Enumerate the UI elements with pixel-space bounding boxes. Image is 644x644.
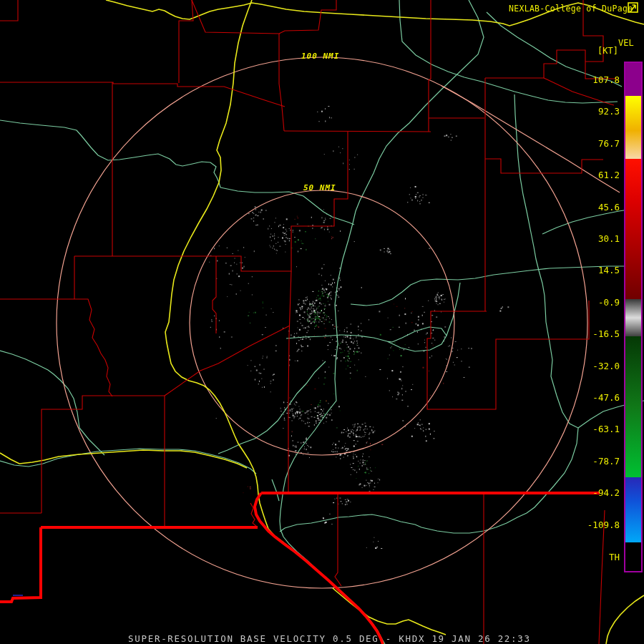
colorbar-tick: -32.0	[577, 361, 620, 371]
colorbar-segment	[625, 63, 641, 96]
colorbar-th-label: TH	[577, 552, 620, 562]
colorbar-segment	[625, 96, 641, 159]
colorbar-tick: 45.6	[577, 202, 620, 213]
range-ring-label-100nmi: 100 NMI	[301, 52, 339, 61]
river-line	[0, 351, 104, 455]
county-line	[427, 301, 589, 409]
county-line	[335, 492, 341, 586]
river-line	[218, 361, 326, 454]
colorbar-tick: 61.2	[577, 170, 620, 180]
colorbar-segment	[625, 159, 641, 299]
river-line	[399, 0, 618, 103]
county-line	[192, 0, 284, 131]
colorbar-tick: 76.7	[577, 138, 620, 149]
colorbar-tick: 107.8	[577, 74, 620, 85]
colorbar-tick: -63.1	[577, 424, 620, 434]
road-line	[333, 588, 446, 635]
road-line	[165, 0, 384, 644]
river-line	[280, 94, 578, 533]
county-line	[179, 0, 193, 83]
county-line	[42, 396, 165, 513]
colorbar-tick: -78.7	[577, 456, 620, 467]
colorbar-tick: -47.6	[577, 392, 620, 403]
river-line	[286, 335, 341, 338]
colorbar-tick: -94.2	[577, 487, 620, 498]
colorbar-segment	[625, 299, 641, 336]
state-border-line	[0, 527, 41, 602]
nexlab-logo-icon	[628, 2, 639, 14]
range-ring	[190, 190, 454, 455]
county-line	[429, 0, 431, 132]
range-ring	[57, 57, 587, 588]
county-line	[284, 131, 431, 132]
county-line	[0, 0, 18, 21]
colorbar-tick: -109.8	[577, 519, 620, 530]
river-line	[280, 0, 484, 644]
state-border-line	[255, 493, 383, 644]
colorbar-segment	[625, 336, 641, 477]
colorbar-tick: -16.5	[577, 328, 620, 339]
river-line	[272, 479, 279, 501]
road-line	[606, 595, 644, 644]
colorbar-segment	[625, 542, 641, 571]
county-line	[0, 82, 285, 107]
units-label: [KT]	[597, 46, 618, 56]
colorbar-tick: 30.1	[577, 233, 620, 244]
county-line	[0, 299, 112, 396]
river-line	[0, 120, 220, 187]
product-title: SUPER-RESOLUTION BASE VELOCITY 0.5 DEG -…	[128, 633, 531, 644]
colorbar-tick: 92.3	[577, 106, 620, 117]
colorbar-segment	[625, 477, 641, 542]
range-ring-label-50nmi: 50 NMI	[303, 183, 336, 192]
county-line	[599, 510, 605, 644]
colorbar-tick: -0.9	[577, 297, 620, 308]
county-line	[165, 326, 290, 396]
colorbar-tick: 14.5	[577, 265, 620, 275]
county-line	[279, 0, 336, 34]
county-line	[213, 256, 216, 333]
river-line	[542, 209, 633, 234]
product-label: VEL	[618, 38, 634, 48]
map-layer	[0, 0, 644, 644]
county-line	[288, 271, 291, 492]
velocity-colorbar	[624, 62, 643, 572]
brand-text: NEXLAB-College of DuPage	[509, 4, 633, 14]
radar-display: NEXLAB-College of DuPage 100 NMI 50 NMI …	[0, 0, 644, 644]
